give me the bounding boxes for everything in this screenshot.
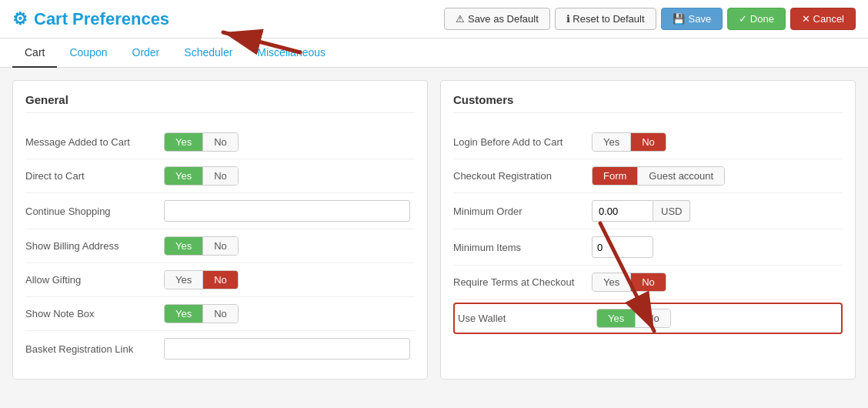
use-wallet-control: Yes No — [596, 309, 838, 328]
use-wallet-row: Use Wallet Yes No — [453, 303, 843, 334]
save-as-default-button[interactable]: ⚠ Save as Default — [444, 8, 549, 30]
direct-to-cart-toggle[interactable]: Yes No — [164, 166, 239, 186]
terms-yes-button[interactable]: Yes — [593, 273, 630, 291]
require-terms-control: Yes No — [592, 273, 843, 292]
tab-cart[interactable]: Cart — [12, 38, 57, 68]
wallet-yes-button[interactable]: Yes — [597, 309, 635, 327]
message-added-to-cart-control: Yes No — [164, 132, 415, 152]
minimum-order-input[interactable] — [592, 200, 653, 222]
main-content: General Message Added to Cart Yes No Dir… — [0, 68, 868, 392]
use-wallet-label: Use Wallet — [458, 313, 596, 324]
login-before-add-toggle[interactable]: Yes No — [592, 132, 666, 152]
direct-no-button[interactable]: No — [202, 167, 238, 185]
minimum-items-input[interactable] — [592, 236, 653, 258]
checkout-reg-row: Checkout Registration Form Guest account — [453, 159, 843, 193]
minimum-items-label: Minimum Items — [453, 242, 592, 253]
minimum-items-row: Minimum Items — [453, 229, 843, 266]
login-before-add-control: Yes No — [592, 132, 843, 152]
gifting-yes-button[interactable]: Yes — [165, 271, 202, 289]
currency-usd-label: USD — [653, 200, 690, 222]
basket-reg-link-row: Basket Registration Link — [25, 331, 415, 366]
direct-to-cart-label: Direct to Cart — [25, 170, 164, 182]
floppy-icon: 💾 — [673, 13, 685, 25]
note-yes-button[interactable]: Yes — [165, 305, 202, 323]
minimum-order-control: USD — [592, 200, 843, 222]
message-added-to-cart-row: Message Added to Cart Yes No — [25, 125, 415, 159]
header: ⚙ Cart Preferences ⚠ Save as Default ℹ R… — [0, 0, 868, 38]
use-wallet-toggle[interactable]: Yes No — [596, 309, 671, 328]
continue-shopping-control — [164, 200, 415, 222]
gear-icon: ⚙ — [12, 9, 28, 29]
note-no-button[interactable]: No — [202, 305, 238, 323]
show-note-box-control: Yes No — [164, 304, 415, 323]
login-no-button[interactable]: No — [630, 133, 666, 151]
show-billing-label: Show Billing Address — [25, 240, 164, 252]
show-billing-row: Show Billing Address Yes No — [25, 229, 415, 263]
allow-gifting-label: Allow Gifting — [25, 274, 164, 286]
login-yes-button[interactable]: Yes — [593, 133, 630, 151]
direct-to-cart-row: Direct to Cart Yes No — [25, 159, 415, 193]
require-terms-toggle[interactable]: Yes No — [592, 273, 666, 292]
continue-shopping-input[interactable] — [164, 200, 410, 222]
show-billing-toggle[interactable]: Yes No — [164, 236, 239, 256]
login-before-add-row: Login Before Add to Cart Yes No — [453, 125, 843, 159]
save-button[interactable]: 💾 Save — [661, 8, 723, 30]
checkout-reg-control: Form Guest account — [592, 166, 843, 186]
message-added-to-cart-toggle[interactable]: Yes No — [164, 132, 239, 152]
require-terms-row: Require Terms at Checkout Yes No — [453, 266, 843, 299]
allow-gifting-row: Allow Gifting Yes No — [25, 263, 415, 297]
show-note-box-label: Show Note Box — [25, 308, 164, 319]
minimum-order-label: Minimum Order — [453, 206, 592, 217]
message-yes-button[interactable]: Yes — [165, 133, 202, 151]
allow-gifting-control: Yes No — [164, 270, 415, 289]
message-no-button[interactable]: No — [202, 133, 238, 151]
billing-no-button[interactable]: No — [202, 237, 238, 255]
minimum-order-group: USD — [592, 200, 843, 222]
done-button[interactable]: ✓ Done — [727, 8, 786, 30]
checkout-reg-label: Checkout Registration — [453, 170, 592, 182]
tab-order[interactable]: Order — [120, 38, 172, 68]
basket-reg-link-input[interactable] — [164, 338, 410, 360]
show-note-box-toggle[interactable]: Yes No — [164, 304, 239, 323]
page-title: ⚙ Cart Preferences — [12, 9, 169, 29]
minimum-items-control — [592, 236, 843, 258]
checkout-guest-button[interactable]: Guest account — [637, 167, 724, 185]
checkout-form-button[interactable]: Form — [593, 167, 637, 185]
basket-reg-link-control — [164, 338, 415, 360]
general-panel-title: General — [25, 93, 415, 113]
customers-panel-title: Customers — [453, 93, 843, 113]
billing-yes-button[interactable]: Yes — [165, 237, 202, 255]
allow-gifting-toggle[interactable]: Yes No — [164, 270, 239, 289]
direct-yes-button[interactable]: Yes — [165, 167, 202, 185]
direct-to-cart-control: Yes No — [164, 166, 415, 186]
continue-shopping-label: Continue Shopping — [25, 206, 164, 217]
general-panel: General Message Added to Cart Yes No Dir… — [12, 80, 428, 380]
continue-shopping-row: Continue Shopping — [25, 193, 415, 229]
terms-no-button[interactable]: No — [630, 273, 666, 291]
basket-reg-link-label: Basket Registration Link — [25, 343, 164, 355]
tab-miscellaneous[interactable]: Miscellaneous — [245, 38, 338, 68]
reset-to-default-button[interactable]: ℹ Reset to Default — [555, 8, 656, 30]
minimum-order-row: Minimum Order USD — [453, 193, 843, 229]
gifting-no-button[interactable]: No — [202, 271, 238, 289]
customers-panel: Customers Login Before Add to Cart Yes N… — [440, 80, 856, 380]
show-note-box-row: Show Note Box Yes No — [25, 297, 415, 331]
tabs: Cart Coupon Order Scheduler Miscellaneou… — [0, 38, 868, 68]
cancel-button[interactable]: ✕ Cancel — [790, 8, 856, 30]
tab-coupon[interactable]: Coupon — [57, 38, 119, 68]
login-before-add-label: Login Before Add to Cart — [453, 136, 592, 148]
show-billing-control: Yes No — [164, 236, 415, 256]
header-buttons: ⚠ Save as Default ℹ Reset to Default 💾 S… — [444, 8, 856, 30]
tab-scheduler[interactable]: Scheduler — [172, 38, 245, 68]
wallet-no-button[interactable]: No — [635, 309, 670, 327]
require-terms-label: Require Terms at Checkout — [453, 276, 592, 288]
checkout-reg-toggle[interactable]: Form Guest account — [592, 166, 725, 186]
message-added-to-cart-label: Message Added to Cart — [25, 136, 164, 148]
